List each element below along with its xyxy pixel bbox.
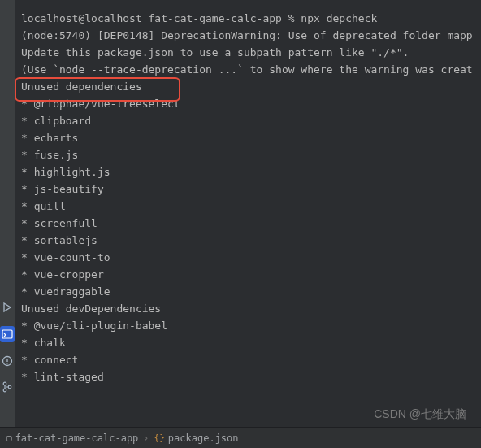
json-icon: {} (154, 433, 165, 443)
terminal-line: * lint-staged (21, 368, 476, 385)
project-name: fat-cat-game-calc-app (15, 433, 139, 444)
terminal-line: Unused dependencies (21, 78, 476, 95)
terminal-line: * js-beautify (21, 181, 476, 198)
terminal-line: * clipboard (21, 112, 476, 129)
terminal-line: * sortablejs (21, 232, 476, 249)
terminal-line: * vue-count-to (21, 249, 476, 266)
breadcrumb-file[interactable]: {} package.json (154, 433, 239, 444)
terminal-icon[interactable] (0, 326, 15, 342)
terminal-line: * highlight.js (21, 163, 476, 181)
terminal-output[interactable]: localhost@localhost fat-cat-game-calc-ap… (16, 0, 481, 427)
terminal-line: Unused devDependencies (21, 300, 476, 317)
watermark: CSDN @七维大脑 (374, 407, 466, 422)
chevron-right-icon: › (143, 433, 149, 444)
terminal-line: * vue-cropper (21, 266, 476, 283)
terminal-line: * connect (21, 351, 476, 368)
terminal-line: * quill (21, 198, 476, 215)
svg-rect-0 (2, 330, 12, 338)
svg-point-5 (3, 389, 6, 392)
terminal-line: (node:5740) [DEP0148] DeprecationWarning… (21, 27, 476, 44)
terminal-line: Update this package.json to use a subpat… (21, 44, 476, 61)
terminal-line: * chalk (21, 334, 476, 351)
terminal-line: (Use `node --trace-deprecation ...` to s… (21, 61, 476, 78)
terminal-line: localhost@localhost fat-cat-game-calc-ap… (21, 10, 476, 27)
terminal-line: * vuedraggable (21, 283, 476, 300)
terminal-line: * screenfull (21, 215, 476, 232)
svg-point-4 (3, 382, 6, 385)
run-icon[interactable] (0, 300, 15, 315)
terminal-line: * @vue/cli-plugin-babel (21, 317, 476, 334)
folder-icon: ▢ (6, 433, 12, 443)
warning-icon[interactable] (0, 354, 15, 368)
svg-point-6 (8, 385, 11, 389)
terminal-line: * @riophae/vue-treeselect (21, 95, 476, 112)
terminal-line: * fuse.js (21, 146, 476, 163)
status-bar: ▢ fat-cat-game-calc-app › {} package.jso… (0, 427, 481, 448)
breadcrumb-project[interactable]: ▢ fat-cat-game-calc-app (6, 433, 138, 444)
file-name: package.json (168, 433, 239, 444)
activity-bar (0, 0, 15, 427)
svg-point-3 (6, 363, 7, 363)
vcs-icon[interactable] (0, 380, 15, 394)
terminal-line: * echarts (21, 129, 476, 146)
